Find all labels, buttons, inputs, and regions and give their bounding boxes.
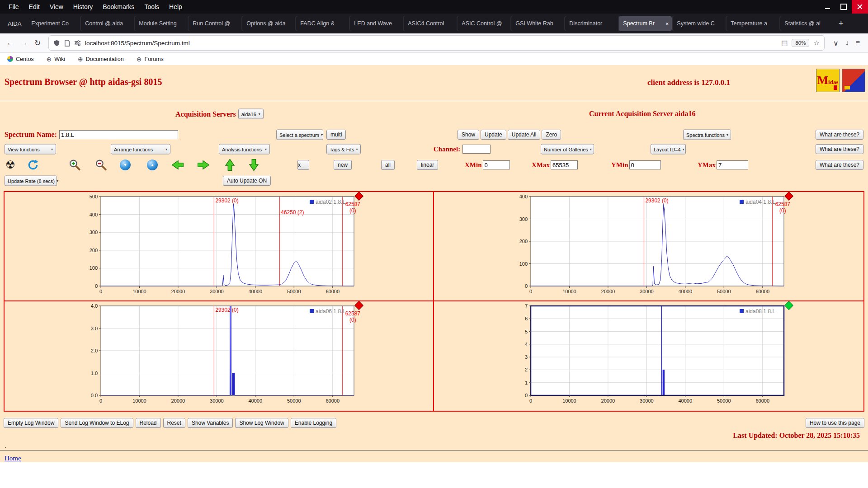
menu-item[interactable]: File: [4, 3, 24, 10]
update-rate-dropdown[interactable]: Update Rate (8 secs) ▾: [5, 176, 57, 186]
browser-tab[interactable]: System wide C ×: [673, 16, 726, 31]
linear-button[interactable]: linear: [417, 160, 438, 170]
channel-input[interactable]: [462, 145, 491, 154]
auto-update-button[interactable]: Auto Update ON: [223, 176, 271, 186]
minimize-button[interactable]: [819, 0, 835, 14]
forward-button[interactable]: →: [17, 36, 31, 50]
action-button[interactable]: Zero: [542, 130, 561, 140]
spectra-functions-dropdown[interactable]: Spectra functions ▾: [683, 130, 731, 140]
spectrum-panel-aida06[interactable]: 29302 (0)0100002000030000400005000060000…: [5, 301, 434, 411]
action-button[interactable]: Update: [481, 130, 506, 140]
page-info-icon[interactable]: [64, 40, 70, 47]
view-functions-dropdown[interactable]: View functions ▾: [5, 144, 56, 155]
x-scale-button[interactable]: x: [297, 160, 309, 170]
how-to-use-button[interactable]: How to use this page: [806, 418, 864, 428]
zoom-out-icon[interactable]: [95, 159, 107, 171]
what-are-these-button[interactable]: What are these?: [816, 144, 863, 154]
url-text[interactable]: localhost:8015/Spectrum/Spectrum.tml: [85, 40, 190, 47]
back-button[interactable]: ←: [4, 36, 17, 50]
download-icon[interactable]: ↓: [845, 39, 849, 47]
close-button[interactable]: [852, 0, 868, 14]
refresh-cycle-icon[interactable]: [27, 159, 39, 171]
menu-item[interactable]: View: [45, 3, 68, 10]
log-button[interactable]: Show Variables: [188, 418, 233, 428]
browser-tab[interactable]: Run Control @ ×: [189, 16, 241, 31]
spectrum-panel-aida08[interactable]: 010000200003000040000500006000001234567a…: [434, 301, 863, 411]
browser-tab[interactable]: ASIC Control @ ×: [458, 16, 510, 31]
menu-item[interactable]: Help: [164, 3, 187, 10]
tune-icon[interactable]: [74, 40, 81, 47]
browser-tab[interactable]: GSI White Rab ×: [511, 16, 564, 31]
ymax-input[interactable]: [717, 160, 748, 169]
spectrum-panel-aida04[interactable]: 29302 (0)0100002000030000400005000060000…: [434, 192, 863, 301]
browser-tab[interactable]: Statistics @ ai ×: [780, 16, 833, 31]
browser-tab[interactable]: Spectrum Br ×: [619, 16, 672, 31]
menu-icon[interactable]: ≡: [856, 39, 860, 47]
experiment-logo[interactable]: [842, 69, 865, 92]
select-spectrum-dropdown[interactable]: Select a spectrum ▾: [276, 130, 323, 140]
bookmark-forums[interactable]: ⊕ Forums: [137, 56, 164, 63]
xmin-input[interactable]: [483, 160, 510, 169]
spectrum-name-input[interactable]: [59, 130, 178, 139]
analysis-functions-dropdown[interactable]: Analysis functions ▾: [219, 144, 270, 155]
bookmark-wiki[interactable]: ⊕ Wiki: [47, 56, 65, 63]
menu-item[interactable]: Edit: [24, 3, 45, 10]
arrow-left-icon[interactable]: [172, 160, 184, 170]
arrow-up-icon[interactable]: [225, 159, 235, 171]
pocket-icon[interactable]: ∨: [833, 39, 839, 47]
menu-item[interactable]: Bookmarks: [98, 3, 139, 10]
log-button[interactable]: Reload: [136, 418, 161, 428]
radiation-icon[interactable]: ☢: [5, 160, 15, 170]
url-bar[interactable]: localhost:8015/Spectrum/Spectrum.tml ▤ 8…: [49, 36, 824, 50]
menu-item[interactable]: History: [68, 3, 98, 10]
action-button[interactable]: Update All: [508, 130, 541, 140]
acquisition-server-select[interactable]: aida16 ▾: [238, 109, 264, 119]
new-tab-button[interactable]: +: [834, 17, 848, 30]
spectrum-panel-aida02[interactable]: 29302 (0)46250 (2)0100002000030000400005…: [5, 192, 434, 301]
browser-tab[interactable]: Control @ aida ×: [81, 16, 134, 31]
browser-tab[interactable]: FADC Align & ×: [296, 16, 349, 31]
arrange-functions-dropdown[interactable]: Arrange functions ▾: [111, 144, 170, 155]
maximize-button[interactable]: [835, 0, 852, 14]
log-button[interactable]: Enable Logging: [291, 418, 336, 428]
home-link[interactable]: Home: [5, 455, 21, 462]
browser-tab[interactable]: ASIC4 Control ×: [404, 16, 457, 31]
browser-tab[interactable]: Module Setting ×: [135, 16, 188, 31]
what-are-these-button[interactable]: What are these?: [816, 130, 863, 140]
action-button[interactable]: Show: [458, 130, 479, 140]
browser-tab[interactable]: Options @ aida ×: [242, 16, 295, 31]
browser-tab[interactable]: Experiment Co ×: [27, 16, 80, 31]
xmax-input[interactable]: [551, 160, 578, 169]
log-button[interactable]: Empty Log Window: [4, 418, 58, 428]
zoom-level-badge[interactable]: 80%: [792, 39, 809, 47]
arrow-down-icon[interactable]: [249, 159, 259, 171]
zoom-in-icon[interactable]: [69, 159, 81, 171]
browser-tab[interactable]: Temperature a ×: [726, 16, 779, 31]
what-are-these-button[interactable]: What are these?: [816, 160, 863, 170]
arrow-right-icon[interactable]: [198, 160, 209, 170]
bookmark-star-icon[interactable]: ☆: [813, 39, 819, 47]
menu-item[interactable]: Tools: [139, 3, 164, 10]
tags-fits-dropdown[interactable]: Tags & Fits ▾: [326, 144, 361, 155]
reload-button[interactable]: ↻: [31, 36, 44, 50]
new-button[interactable]: new: [334, 160, 352, 170]
log-button[interactable]: Send Log Window to ELog: [61, 418, 133, 428]
shield-icon[interactable]: [53, 40, 60, 47]
bookmark-centos[interactable]: Centos: [7, 56, 34, 62]
midas-logo[interactable]: Midas: [816, 69, 840, 92]
reader-mode-icon[interactable]: ▤: [781, 39, 788, 47]
up-circle-icon[interactable]: ▲: [147, 160, 158, 170]
tab-close-icon[interactable]: ×: [665, 20, 669, 27]
browser-tab[interactable]: LED and Wave ×: [350, 16, 403, 31]
down-circle-icon[interactable]: ▼: [120, 160, 131, 170]
bookmark-documentation[interactable]: ⊕ Documentation: [78, 56, 124, 63]
multi-button[interactable]: multi: [326, 130, 346, 140]
number-of-galleries-dropdown[interactable]: Number of Galleries ▾: [541, 144, 594, 155]
log-button[interactable]: Reset: [163, 418, 185, 428]
log-button[interactable]: Show Log Window: [235, 418, 288, 428]
svg-text:60000: 60000: [755, 398, 769, 404]
browser-tab[interactable]: Discriminator ×: [565, 16, 618, 31]
layout-id-dropdown[interactable]: Layout ID=4 ▾: [651, 144, 686, 155]
ymin-input[interactable]: [629, 160, 661, 169]
all-button[interactable]: all: [381, 160, 395, 170]
